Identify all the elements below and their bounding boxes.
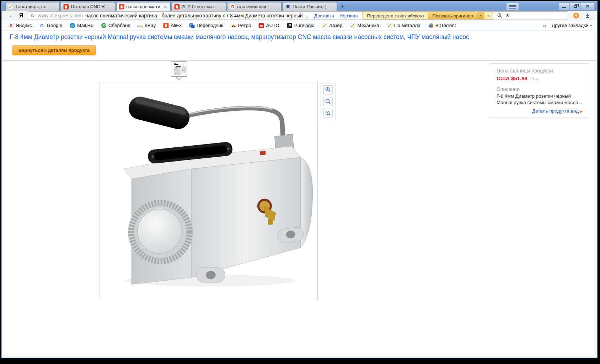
tab-label: отслеживание — [237, 4, 279, 9]
restore-button[interactable] — [569, 2, 581, 10]
translate-status: Переведено с английского — [363, 12, 428, 19]
svg-text:G: G — [40, 23, 44, 28]
price-label: Цена единицы продукци: — [497, 68, 583, 74]
bookmark-label: BitTorrent — [435, 23, 456, 28]
pencil-icon — [8, 4, 14, 10]
bookmark-item[interactable]: По металла — [387, 23, 420, 28]
delivery-link[interactable]: Доставка — [314, 13, 334, 18]
auto-icon — [258, 23, 264, 28]
page-content: Г-8 4мм Диаметр розетки черный Mannal ру… — [2, 31, 597, 358]
image-zoom-controls — [321, 83, 336, 120]
bookmark-label: Сбербанк — [108, 23, 130, 28]
pencil-icon — [350, 23, 355, 28]
tab-label: Тавотницы, шт — [15, 4, 57, 9]
bookmark-item[interactable]: AUTO — [258, 23, 279, 28]
tab[interactable]: насос пневмати — [116, 2, 171, 11]
aliexpress-icon — [163, 23, 169, 28]
tab[interactable]: 2L 2 Liters смаз — [172, 2, 226, 11]
new-tab-button[interactable] — [338, 2, 347, 10]
bookmark-item[interactable]: @Mail.Ru — [70, 23, 93, 28]
bookmark-label: Ретро — [238, 23, 251, 28]
tabs-container: Тавотницы, штОптовая CNC Rнасос пневмати… — [5, 2, 338, 11]
google-icon: G — [39, 23, 45, 28]
tab[interactable]: Тавотницы, шт — [5, 2, 60, 11]
tab[interactable]: Оптовая CNC R — [61, 2, 115, 11]
bookmarks-container: ЯЯндексGGoogle@Mail.RuСбербанкebayeBayAl… — [8, 23, 464, 28]
bookmark-item[interactable]: Механика — [350, 23, 379, 28]
product-thumbnail[interactable] — [171, 61, 187, 77]
divider — [2, 60, 597, 61]
back-to-product-button[interactable]: Вернуться к деталям продукта — [12, 45, 96, 55]
description-label: Описание — [497, 86, 583, 92]
svg-text:@: @ — [71, 23, 74, 27]
bookmark-label: AUTO — [266, 23, 279, 28]
price-value: США $51.88 — [497, 75, 527, 81]
address-bar[interactable]: www.aliexpress.com насос пневматический … — [28, 11, 568, 20]
extension-icon[interactable] — [573, 12, 579, 19]
tab-label: Оптовая CNC R — [71, 4, 113, 9]
bookmark-item[interactable]: PPurelogic — [287, 23, 314, 28]
reload-icon[interactable] — [31, 12, 35, 19]
tab-close-icon[interactable] — [164, 5, 168, 9]
bookmark-label: Переводчик — [197, 23, 223, 28]
bookmark-item[interactable]: Сбербанк — [101, 23, 130, 28]
bookmark-label: Google — [47, 23, 62, 28]
zoom-out-button[interactable] — [323, 97, 333, 106]
other-bookmarks-button[interactable]: Другие закладки — [552, 23, 592, 28]
aliexpress-icon — [119, 4, 124, 10]
restore-icon — [574, 5, 577, 8]
yandex-icon: Я — [8, 23, 14, 28]
bookmark-item[interactable]: ebayeBay — [137, 23, 156, 28]
bookmark-item[interactable]: Ретро — [231, 23, 251, 28]
bookmark-item[interactable]: AliEx — [163, 23, 182, 28]
page-zoom-icon[interactable] — [497, 13, 503, 18]
zoom-in-button[interactable] — [323, 85, 333, 94]
car-icon — [231, 23, 236, 28]
close-icon — [586, 4, 590, 9]
cart-link[interactable]: Корзина — [340, 13, 358, 18]
translate-close-icon[interactable] — [484, 12, 493, 19]
bookmark-item[interactable]: ГПереводчик — [189, 23, 223, 28]
arrow-right-icon — [580, 110, 583, 113]
close-button[interactable] — [580, 2, 595, 10]
window-controls — [559, 2, 595, 10]
bittorrent-icon — [428, 23, 434, 28]
chevron-down-icon — [590, 24, 592, 27]
tab-list-button[interactable] — [506, 3, 519, 10]
url-query: насос пневматический картина - более дет… — [85, 13, 308, 18]
tab-label: Почта России. ( — [293, 4, 334, 9]
url-domain: www.aliexpress.com — [38, 13, 83, 18]
tab-label: 2L 2 Liters смаз — [182, 4, 224, 9]
yandex-home-button[interactable] — [19, 12, 23, 19]
tab[interactable]: Яотслеживание — [227, 2, 282, 11]
pencil-icon — [387, 23, 392, 28]
aliexpress-icon — [174, 4, 180, 10]
description-text: Г-8 4мм Диаметр розетки черный Mannal ру… — [497, 93, 583, 106]
yandex-icon: Я — [230, 4, 235, 10]
back-icon[interactable] — [8, 11, 15, 19]
bookmarks-overflow-icon[interactable] — [543, 22, 546, 28]
download-icon[interactable] — [585, 13, 590, 18]
svg-text:ebay: ebay — [137, 24, 143, 27]
minimize-icon — [562, 7, 566, 8]
translate-bar: Переведено с английского Показать оригин… — [362, 12, 493, 20]
russian-post-icon — [285, 4, 291, 10]
bookmark-item[interactable]: GGoogle — [39, 23, 62, 28]
bookmark-item[interactable]: Лазер — [322, 23, 342, 28]
product-image[interactable] — [100, 82, 318, 300]
product-detail-link[interactable]: Деталь продукта вид — [532, 108, 579, 114]
chevron-down-icon[interactable] — [477, 12, 484, 19]
svg-text:P: P — [288, 24, 291, 28]
show-original-button[interactable]: Показать оригинал — [428, 12, 477, 19]
tab[interactable]: Почта России. ( — [283, 2, 337, 11]
bookmark-label: AliEx — [171, 23, 182, 28]
minimize-button[interactable] — [558, 2, 570, 10]
bookmark-label: Яндекс — [16, 23, 32, 28]
bookmark-item[interactable]: ЯЯндекс — [8, 23, 32, 28]
bookmarks-bar: ЯЯндексGGoogle@Mail.RuСбербанкebayeBayAl… — [2, 21, 597, 31]
bookmark-label: Mail.Ru — [77, 23, 93, 28]
other-bookmarks-label: Другие закладки — [552, 23, 588, 28]
bookmark-star-icon[interactable] — [505, 12, 510, 18]
bookmark-item[interactable]: BitTorrent — [428, 23, 456, 28]
zoom-reset-button[interactable] — [323, 109, 333, 118]
